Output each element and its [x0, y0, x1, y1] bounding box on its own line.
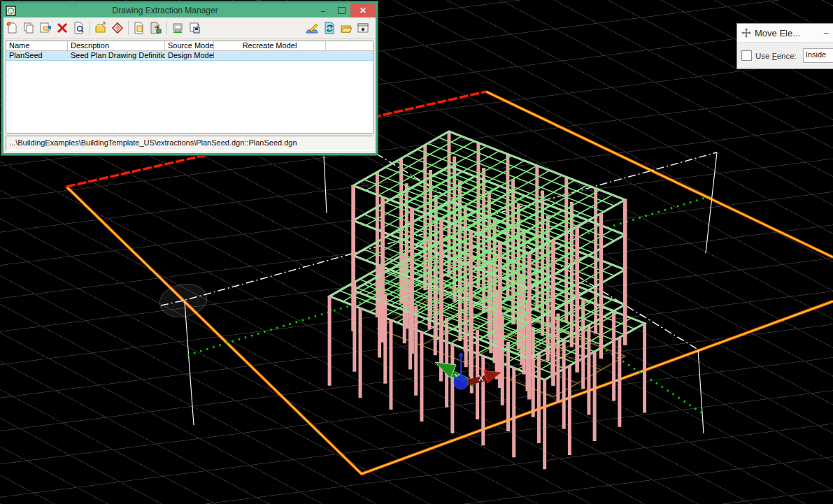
fence-mode-value: Inside: [806, 50, 826, 59]
move-minimize-button[interactable]: –: [818, 25, 833, 41]
dialog-box-icon[interactable]: [355, 20, 371, 36]
dialog-title: Drawing Extraction Manager: [16, 6, 314, 15]
open-drawing-definition-icon[interactable]: [92, 20, 109, 36]
sync-drawing-icon[interactable]: [321, 20, 338, 36]
use-fence-checkbox[interactable]: [741, 50, 752, 61]
list-row-planseed[interactable]: PlanSeed Seed Plan Drawing Definition De…: [6, 51, 373, 61]
move-element-dialog: Move Ele... – Use Fence: Inside: [736, 23, 833, 69]
column-header-source-model[interactable]: Source Model Nan: [165, 41, 214, 50]
move-titlebar[interactable]: Move Ele... –: [737, 24, 833, 43]
minimize-button[interactable]: –: [314, 3, 332, 17]
edit-drawing-definition-icon[interactable]: [37, 20, 54, 36]
triad-x-label: X: [478, 374, 484, 382]
cell-name: PlanSeed: [6, 51, 68, 60]
cell-description: Seed Plan Drawing Definition: [68, 51, 165, 60]
export-drawing-icon[interactable]: [148, 20, 164, 36]
save-sheet-icon[interactable]: [186, 20, 203, 36]
use-fence-label: Use Fence:: [755, 52, 797, 60]
maximize-button[interactable]: [332, 3, 350, 17]
move-dialog-body: Use Fence: Inside: [737, 43, 833, 69]
annotate-drawing-icon[interactable]: [304, 20, 321, 36]
move-tool-icon: [741, 27, 752, 38]
cursor-highlight-ellipse: [157, 280, 210, 320]
preview-drawing-icon[interactable]: [71, 20, 87, 36]
application-window: Y X Drawing Extraction Manager – ✕: [0, 0, 833, 504]
dem-toolbar: [3, 17, 376, 39]
delete-drawing-definition-icon[interactable]: [54, 20, 71, 36]
cell-recreate-model: [214, 51, 326, 60]
drawing-definitions-list: Name Description Source Model Nan Recrea…: [6, 41, 373, 134]
dem-titlebar[interactable]: Drawing Extraction Manager – ✕: [3, 3, 376, 17]
drawing-extraction-manager-dialog: Drawing Extraction Manager – ✕: [1, 1, 378, 155]
new-drawing-definition-icon[interactable]: [3, 20, 20, 36]
column-header-description[interactable]: Description: [68, 41, 165, 50]
status-path: ...\BuildingExamples\BuildingTemplate_US…: [6, 136, 373, 151]
open-extraction-icon[interactable]: [338, 20, 355, 36]
create-sheet-icon[interactable]: [169, 20, 186, 36]
close-button[interactable]: ✕: [350, 3, 376, 17]
move-dialog-title: Move Ele...: [755, 28, 818, 38]
toolbar-separator: [128, 21, 129, 35]
app-icon: [6, 6, 16, 16]
column-header-recreate-model[interactable]: Recreate Model: [214, 41, 326, 50]
structural-frame-model[interactable]: [329, 131, 644, 469]
fence-mode-dropdown[interactable]: Inside: [803, 48, 833, 63]
column-header-name[interactable]: Name: [6, 41, 68, 50]
cell-source-model: Design Model: [165, 51, 214, 60]
toolbar-separator: [166, 21, 167, 35]
copy-drawing-definition-icon[interactable]: [20, 20, 37, 36]
update-drawing-icon[interactable]: [109, 20, 126, 36]
list-header-row: Name Description Source Model Nan Recrea…: [6, 41, 373, 51]
copy-to-sheet-icon[interactable]: [131, 20, 148, 36]
toolbar-separator: [90, 21, 90, 35]
